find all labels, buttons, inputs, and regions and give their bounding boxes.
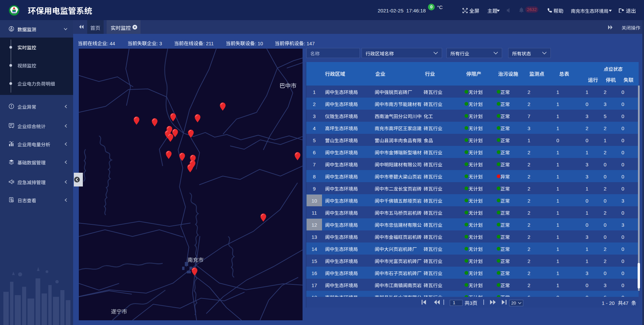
svg-text:: 3: : 3 [157, 41, 162, 46]
svg-text:3: 3 [470, 300, 472, 306]
svg-text:: 211: : 211 [203, 41, 214, 46]
svg-text:47: 47 [623, 300, 629, 306]
svg-text:1 - 20: 1 - 20 [602, 300, 614, 306]
svg-text:: 44: : 44 [107, 41, 115, 46]
svg-text:: 147: : 147 [304, 41, 315, 46]
svg-text:: 10: : 10 [255, 41, 263, 46]
